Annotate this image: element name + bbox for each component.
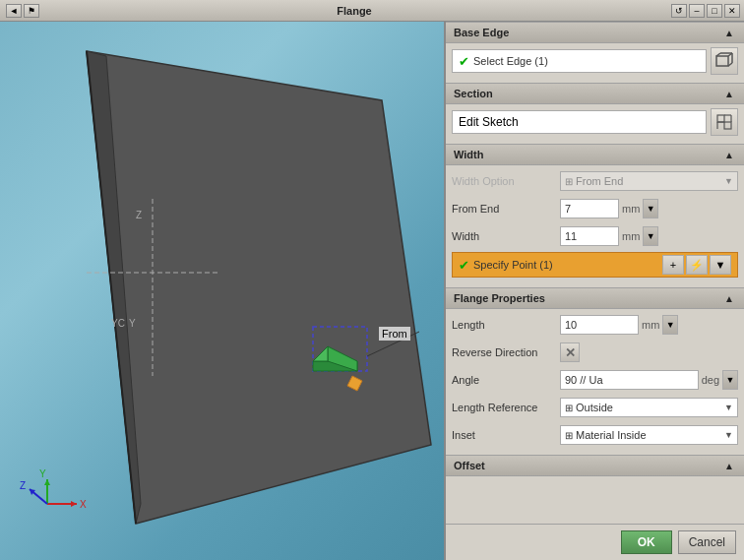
width-value: 11: [565, 230, 577, 242]
select-edge-row: ✔ Select Edge (1): [452, 47, 738, 75]
edit-sketch-text: Edit Sketch: [459, 115, 519, 129]
specify-point-field[interactable]: ✔ Specify Point (1) + ⚡ ▼: [452, 252, 738, 278]
section-body: Edit Sketch: [446, 104, 744, 144]
maximize-btn[interactable]: □: [707, 4, 722, 18]
from-end-spin[interactable]: ▼: [643, 199, 658, 218]
width-value-row: Width 11 mm ▼: [452, 224, 738, 248]
cancel-button[interactable]: Cancel: [678, 530, 736, 554]
specify-point-row: ✔ Specify Point (1) + ⚡ ▼: [452, 252, 738, 280]
inset-row: Inset ⊞ Material Inside ▼: [452, 423, 738, 447]
section-header: Section ▲: [446, 83, 744, 104]
svg-text:X: X: [80, 499, 87, 510]
flange-props-body: Length 10 mm ▼ Reverse Direction ✕ Angle…: [446, 309, 744, 455]
width-option-dropdown[interactable]: ⊞ From End ▼: [560, 171, 738, 191]
add-point-button[interactable]: +: [662, 255, 684, 275]
width-input[interactable]: 11: [560, 226, 619, 246]
angle-input[interactable]: 90 // Ua: [560, 370, 699, 390]
sketch-icon: [715, 113, 733, 131]
angle-unit: deg: [702, 374, 719, 386]
angle-value: 90 // Ua: [565, 374, 603, 386]
flange-props-title: Flange Properties: [454, 292, 545, 304]
angle-row: Angle 90 // Ua deg ▼: [452, 368, 738, 392]
from-end-unit: mm: [622, 203, 640, 215]
base-edge-body: ✔ Select Edge (1): [446, 43, 744, 83]
length-row: Length 10 mm ▼: [452, 313, 738, 337]
section-title: Section: [454, 88, 493, 99]
specify-point-text: Specify Point (1): [473, 259, 553, 271]
view-3d-icon: [715, 52, 733, 70]
more-button[interactable]: ▼: [710, 255, 731, 275]
width-option-row: Width Option ⊞ From End ▼: [452, 169, 738, 193]
length-reference-row: Length Reference ⊞ Outside ▼: [452, 396, 738, 419]
inset-dropdown[interactable]: ⊞ Material Inside ▼: [560, 425, 738, 445]
dropdown-arrow-icon: ▼: [724, 176, 733, 186]
svg-rect-23: [716, 56, 728, 66]
from-end-value: 7: [565, 203, 571, 215]
base-edge-title: Base Edge: [454, 27, 509, 38]
minimize-btn[interactable]: –: [689, 4, 705, 18]
length-reference-label: Length Reference: [452, 402, 560, 413]
width-unit: mm: [622, 230, 640, 242]
base-edge-collapse[interactable]: ▲: [722, 26, 736, 39]
flash-button[interactable]: ⚡: [686, 255, 708, 275]
edit-sketch-row: Edit Sketch: [452, 108, 738, 136]
width-title: Width: [454, 149, 483, 160]
length-reference-value: Outside: [576, 402, 613, 413]
section-collapse[interactable]: ▲: [722, 87, 736, 100]
width-spin[interactable]: ▼: [643, 226, 658, 246]
nav-back-btn[interactable]: ◄: [6, 4, 22, 18]
viewport[interactable]: X Y Z Z YC Y From: [0, 22, 444, 560]
reverse-direction-label: Reverse Direction: [452, 346, 560, 358]
viewport-svg: X Y Z Z YC Y: [0, 22, 444, 560]
width-value-label: Width: [452, 230, 560, 242]
svg-text:YC: YC: [111, 318, 125, 329]
offset-header: Offset ▲: [446, 455, 744, 476]
svg-text:Y: Y: [39, 468, 46, 479]
reverse-direction-row: Reverse Direction ✕: [452, 341, 738, 364]
refresh-btn[interactable]: ↺: [671, 4, 687, 18]
from-end-icon: ⊞: [565, 176, 573, 187]
title-label: Flange: [39, 5, 669, 17]
base-edge-header: Base Edge ▲: [446, 22, 744, 43]
length-spin[interactable]: ▼: [662, 315, 678, 335]
length-reference-dropdown[interactable]: ⊞ Outside ▼: [560, 398, 738, 417]
svg-text:Z: Z: [20, 480, 26, 491]
reverse-direction-button[interactable]: ✕: [560, 342, 580, 362]
outside-icon: ⊞: [565, 403, 573, 413]
title-bar: ◄ ⚑ Flange ↺ – □ ✕: [0, 0, 744, 22]
width-collapse[interactable]: ▲: [722, 148, 736, 161]
select-edge-field[interactable]: ✔ Select Edge (1): [452, 49, 707, 73]
close-btn[interactable]: ✕: [724, 4, 740, 18]
inset-value: Material Inside: [576, 429, 647, 441]
inset-label: Inset: [452, 429, 560, 441]
width-body: Width Option ⊞ From End ▼ From End 7 mm …: [446, 165, 744, 287]
from-callout-label: From: [379, 327, 410, 341]
length-input[interactable]: 10: [560, 315, 639, 335]
inset-arrow-icon: ▼: [724, 430, 733, 440]
flange-props-header: Flange Properties ▲: [446, 287, 744, 309]
offset-collapse[interactable]: ▲: [722, 459, 736, 472]
flange-props-collapse[interactable]: ▲: [722, 291, 736, 305]
angle-label: Angle: [452, 374, 560, 386]
svg-marker-9: [71, 501, 77, 507]
svg-marker-0: [87, 51, 431, 524]
svg-rect-29: [717, 115, 724, 122]
svg-marker-12: [44, 479, 50, 485]
specify-btn-group: + ⚡ ▼: [662, 255, 731, 275]
view-3d-button[interactable]: [711, 47, 738, 75]
width-option-value: From End: [576, 175, 623, 187]
specify-check-icon: ✔: [459, 258, 469, 273]
check-icon: ✔: [459, 54, 469, 69]
from-end-label: From End: [452, 203, 560, 215]
length-unit: mm: [642, 319, 659, 331]
nav-fwd-btn[interactable]: ⚑: [24, 4, 39, 18]
from-end-input[interactable]: 7: [560, 199, 619, 218]
edit-sketch-button[interactable]: [711, 108, 738, 136]
length-value: 10: [565, 319, 577, 331]
bottom-bar: OK Cancel: [446, 524, 744, 560]
edit-sketch-field[interactable]: Edit Sketch: [452, 110, 707, 134]
angle-spin[interactable]: ▼: [722, 370, 738, 390]
width-option-label: Width Option: [452, 175, 560, 187]
svg-text:Z: Z: [136, 210, 142, 220]
ok-button[interactable]: OK: [621, 530, 672, 554]
